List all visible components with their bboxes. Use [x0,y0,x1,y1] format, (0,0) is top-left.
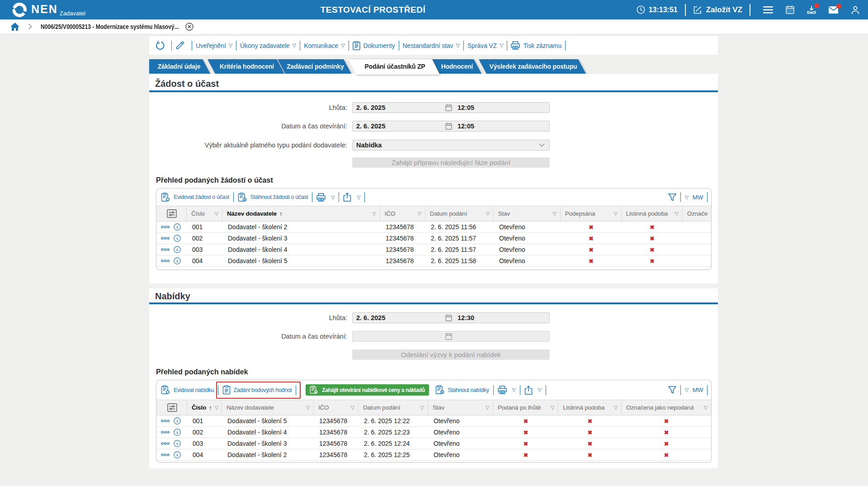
row-actions-icon[interactable] [161,237,170,240]
column-filter-icon[interactable]: ▽ [613,211,617,217]
info-icon[interactable] [174,429,181,436]
downloads-button[interactable] [807,5,816,14]
odeslani-vyzvy-button[interactable]: Odeslání výzvy k podání nabídek [352,349,550,360]
menu-nestandardni-stav[interactable]: Nestandardní stav ▽ [403,42,460,49]
row-actions-icon[interactable] [161,248,170,251]
table-row[interactable]: 004 Dodavatel - školení 5 12345678 2. 6.… [156,255,711,267]
column-header-listinna[interactable]: Listinná podoba ▽ [558,400,622,415]
close-circle-icon[interactable] [185,23,193,31]
zadani-bodovych-hodnot-button[interactable]: Zadání bodových hodnot [222,385,292,395]
row-actions-icon[interactable] [161,442,170,445]
lhuta-datetime-input[interactable]: 2. 6. 2025 12:05 [352,102,550,113]
column-header-stav[interactable]: Stav ▽ [428,400,493,415]
info-icon[interactable] [174,235,181,242]
filter-funnel-icon[interactable] [668,386,676,394]
row-actions-icon[interactable] [161,431,170,434]
messages-button[interactable] [829,6,838,14]
lhuta-datetime-input[interactable]: 2. 6. 2025 12:30 [352,312,550,323]
menu-uverejneni[interactable]: Uveřejnění ▽ [196,42,232,49]
column-header-listinna[interactable]: Listinná podoba ▽ [622,206,683,221]
mw-toggle[interactable]: MW [693,387,703,393]
info-icon[interactable] [174,440,181,447]
profile-button[interactable] [851,5,860,14]
column-header-ico[interactable]: IČO ▽ [380,206,425,221]
menu-komunikace[interactable]: Komunikace ▽ [304,42,344,49]
table-row[interactable]: 002 Dodavatel - školení 4 12345678 2. 6.… [156,427,711,438]
info-icon[interactable] [174,257,181,264]
tab-vysledek[interactable]: Výsledek zadávacího postupu [479,59,586,74]
tab-kriteria-hodnoceni[interactable]: Kritéria hodnocení [208,59,284,74]
info-icon[interactable] [174,451,181,458]
column-filter-icon[interactable]: ▽ [351,405,354,411]
tab-zadavaci-podminky[interactable]: Zadávací podmínky [278,59,351,74]
home-icon[interactable] [10,23,19,31]
column-header-oznacena[interactable]: Označe [683,206,711,221]
column-filter-icon[interactable]: ▽ [551,405,554,411]
menu-ukony-zadavatele[interactable]: Úkony zadavatele ▽ [240,42,296,49]
row-actions-icon[interactable] [161,226,170,228]
column-filter-icon[interactable]: ▽ [418,211,421,217]
info-icon[interactable] [174,417,181,425]
column-header-stav[interactable]: Stav ▽ [494,206,561,221]
dropdown-triangle-icon[interactable]: ▽ [685,387,689,393]
dropdown-triangle-icon[interactable]: ▽ [685,194,689,200]
edit-record-button[interactable] [175,41,188,50]
column-header-datum[interactable]: Datum podání ▽ [359,400,428,415]
menu-sprava-vz[interactable]: Správa VZ ▽ [467,42,504,49]
column-header-cislo[interactable]: Číslo ▽ [187,206,222,221]
column-filter-icon[interactable]: ▽ [614,405,618,411]
column-filter-icon[interactable]: ▽ [675,211,678,217]
create-vz-button[interactable]: Založit VZ [693,5,742,14]
evidovat-zadost-button[interactable]: Evidovat žádost o účast [161,193,229,202]
column-header-cislo[interactable]: Číslo ↑ ▽ [187,400,222,415]
column-settings-cell[interactable] [156,206,187,221]
column-header-oznacena[interactable]: Označena jako nepodaná ▽ [622,400,711,415]
oteviranai-datetime-input[interactable]: 2. 6. 2025 12:05 [352,121,550,132]
column-settings-cell[interactable] [156,400,187,415]
stahnout-nabidky-button[interactable]: Stáhnout nabídky [435,385,489,395]
print-table-button[interactable]: ▽ [316,193,335,202]
stahnout-zadosti-button[interactable]: Stáhnout žádosti o účast [238,193,308,202]
column-filter-icon[interactable]: ▽ [704,405,708,411]
zahajit-fazi-button[interactable]: Zahájit přípravu následující fáze podání [352,157,550,168]
print-table-button[interactable]: ▽ [498,386,516,394]
menu-dokumenty[interactable]: Dokumenty [353,41,395,50]
column-filter-icon[interactable]: ▽ [215,211,218,217]
table-row[interactable]: 003 Dodavatel - školení 3 12345678 2. 6.… [156,438,711,449]
column-header-podepsana[interactable]: Podepsána ▽ [561,206,622,221]
row-actions-icon[interactable] [161,420,170,422]
mw-toggle[interactable]: MW [693,194,703,201]
export-table-button[interactable]: ▽ [524,386,542,395]
export-table-button[interactable]: ▽ [343,193,360,202]
info-icon[interactable] [174,246,181,253]
oteviranai-datetime-input-empty[interactable] [352,331,550,342]
print-record-button[interactable]: Tisk záznamu [511,41,561,50]
table-row[interactable]: 002 Dodavatel - školení 3 12345678 2. 6.… [156,233,711,244]
column-filter-icon[interactable]: ▽ [486,211,490,217]
typ-podani-select[interactable]: Nabídka [352,140,550,151]
table-row[interactable]: 004 Dodavatel - školení 2 12345678 2. 6.… [156,449,711,461]
column-header-datum[interactable]: Datum podání ▽ [425,206,494,221]
row-actions-icon[interactable] [161,453,170,456]
table-row[interactable]: 001 Dodavatel - školení 5 12345678 2. 6.… [156,415,711,427]
menu-button[interactable] [763,6,773,14]
column-filter-icon[interactable]: ▽ [486,405,489,411]
tab-podani-ucastniku-zp[interactable]: Podání účastníků ZP [348,59,440,75]
column-header-ico[interactable]: IČO ▽ [314,400,359,415]
info-icon[interactable] [174,223,181,231]
filter-funnel-icon[interactable] [668,193,676,201]
zahajit-otevirani-button[interactable]: Zahájit otevírání nabídkové ceny a nákla… [306,384,429,396]
table-row[interactable]: 003 Dodavatel - školení 4 12345678 2. 6.… [156,244,711,255]
history-button[interactable] [155,41,168,50]
column-filter-icon[interactable]: ▽ [552,211,556,217]
column-header-po-lhute[interactable]: Podaná po lhůtě ▽ [493,400,558,415]
column-filter-icon[interactable]: ▽ [215,405,218,411]
table-row[interactable]: 001 Dodavatel - školení 2 12345678 2. 6.… [156,222,711,233]
column-filter-icon[interactable]: ▽ [306,405,310,411]
column-filter-icon[interactable]: ▽ [373,211,376,217]
tab-zakladni-udaje[interactable]: Základní údaje [149,59,210,74]
evidovat-nabidku-button[interactable]: Evidovat nabídku [161,385,214,395]
row-actions-icon[interactable] [161,260,170,262]
column-header-nazev[interactable]: Název dodavatele ▽ [222,400,314,415]
calendar-button[interactable] [786,5,794,14]
